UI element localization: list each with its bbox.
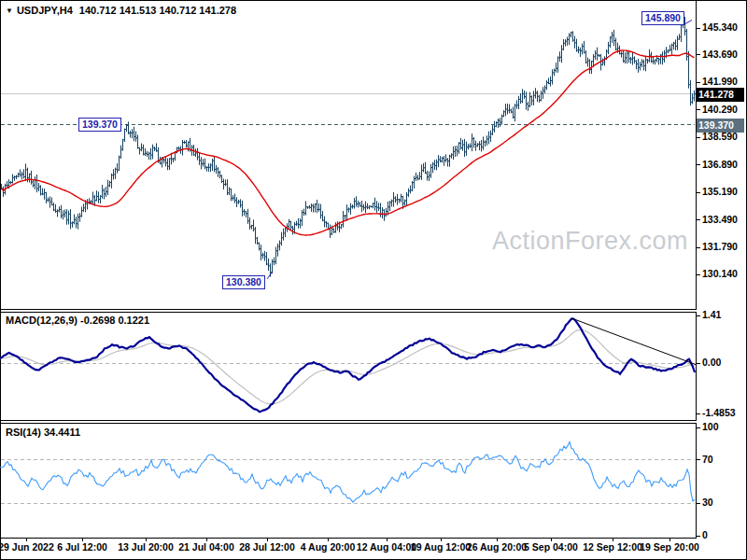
y-axis-label: 141.990 (702, 76, 738, 87)
x-axis-label: 29 Jun 2022 (0, 541, 54, 553)
x-axis-label: 12 Sep 12:00 (583, 541, 642, 553)
x-axis-label: 12 Aug 04:00 (357, 541, 416, 553)
x-axis-label: 19 Sep 20:00 (640, 541, 699, 553)
macd-line (0, 319, 695, 413)
y-axis-label: 70 (702, 454, 713, 465)
annotation-low-130380: 130.380 (222, 275, 265, 289)
y-axis-label: 133.490 (702, 214, 738, 225)
chart-canvas (0, 0, 747, 560)
y-axis-label: 131.790 (702, 241, 738, 252)
y-axis-label: 30 (702, 497, 713, 508)
symbol-header: ▼USDJPY,H4140.712 141.513 140.712 141.27… (6, 5, 236, 16)
x-axis-label: 5 Sep 04:00 (524, 541, 578, 553)
macd-signal-line (0, 329, 695, 403)
x-axis-label: 4 Aug 20:00 (301, 541, 356, 553)
ohlc-values: 140.712 141.513 140.712 141.278 (79, 5, 236, 16)
annotation-high-145890: 145.890 (641, 11, 684, 25)
x-axis-label: 28 Jul 12:00 (239, 541, 295, 553)
y-axis-label: 1.41 (702, 309, 721, 320)
chart-window: ▼USDJPY,H4140.712 141.513 140.712 141.27… (0, 0, 747, 560)
watermark: ActionForex.com (492, 227, 688, 256)
x-axis-label: 26 Aug 20:00 (467, 541, 527, 553)
ma-line (2, 50, 695, 235)
y-axis-label: 138.590 (702, 131, 738, 142)
annotation-level-139370: 139.370 (78, 118, 121, 132)
y-axis-label: 0.00 (702, 357, 721, 368)
y-axis-label: 130.140 (702, 268, 738, 279)
rsi-line (0, 441, 695, 502)
y-axis-label: 135.190 (702, 186, 738, 197)
x-axis-label: 6 Jul 12:00 (57, 541, 107, 553)
y-axis-label: 140.290 (702, 104, 738, 115)
y-axis-label: 0 (702, 529, 708, 540)
dropdown-arrow-icon[interactable]: ▼ (6, 7, 13, 15)
macd-indicator-label: MACD(12,26,9) -0.2698 0.1221 (6, 315, 149, 326)
symbol-label: USDJPY,H4 (17, 5, 73, 16)
x-axis-label: 21 Jul 04:00 (178, 541, 234, 553)
x-axis-label: 19 Aug 12:00 (411, 541, 471, 553)
y-axis-label: 136.890 (702, 159, 738, 170)
current-price-tag: 141.278 (697, 88, 744, 102)
macd-trendline[interactable] (571, 318, 696, 365)
y-axis-label: 145.340 (702, 21, 738, 33)
y-axis-label: 143.690 (702, 49, 738, 60)
y-axis-label: 100 (702, 421, 719, 432)
y-axis-label: -1.4853 (702, 407, 736, 418)
x-axis-label: 13 Jul 20:00 (118, 541, 174, 553)
rsi-indicator-label: RSI(14) 34.4411 (6, 427, 80, 438)
